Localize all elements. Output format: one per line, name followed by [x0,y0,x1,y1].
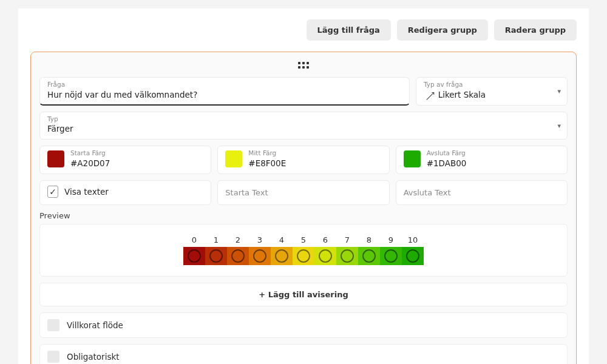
type-select[interactable]: Typ Färger ▾ [39,112,568,140]
mandatory-toggle[interactable]: Obligatoriskt [39,344,568,365]
add-question-button[interactable]: Lägg till fråga [307,19,391,41]
end-color-field[interactable]: Avsluta Färg #1DAB00 [396,146,568,174]
conditional-flow-toggle[interactable]: Villkorat flöde [39,312,568,338]
checkbox-unchecked-icon [47,351,59,363]
edit-group-button[interactable]: Redigera grupp [397,19,488,41]
scale-number: 5 [293,235,314,247]
scale-cell[interactable] [205,247,227,265]
mid-color-field[interactable]: Mitt Färg #E8F00E [217,146,389,174]
question-label: Fråga [47,81,402,88]
delete-group-button[interactable]: Radera grupp [494,19,577,41]
scale-cell[interactable] [358,247,380,265]
add-alert-button[interactable]: + Lägg till avisering [39,283,568,306]
start-text-input[interactable]: Starta Text [217,180,389,205]
start-color-field[interactable]: Starta Färg #A20D07 [39,146,211,174]
likert-preview: 012345678910 [39,224,568,277]
scale-number: 9 [380,235,402,247]
scale-number: 2 [227,235,249,247]
top-actions: Lägg till fråga Redigera grupp Radera gr… [30,8,577,52]
scale-number: 7 [336,235,358,247]
scale-number: 6 [314,235,336,247]
scale-cell[interactable] [183,247,205,265]
scale-number: 1 [205,235,227,247]
end-color-swatch [404,150,421,167]
question-field[interactable]: Fråga [39,77,410,106]
scale-cell[interactable] [336,247,358,265]
scale-cell[interactable] [314,247,336,265]
start-color-swatch [47,150,64,167]
scale-number: 0 [183,235,205,247]
drag-handle[interactable] [39,62,568,69]
question-type-select[interactable]: Typ av fråga ⟶Likert Skala ▾ [416,77,568,106]
scale-number: 4 [271,235,293,247]
question-type-label: Typ av fråga [424,81,560,88]
chevron-down-icon: ▾ [557,87,561,95]
checkbox-checked-icon: ✓ [47,186,58,198]
show-texts-toggle[interactable]: ✓ Visa texter [39,180,211,205]
scale-cell[interactable] [271,247,293,265]
checkbox-unchecked-icon [47,319,59,331]
scale-number: 3 [249,235,271,247]
scale-cell[interactable] [227,247,249,265]
chevron-down-icon: ▾ [557,121,561,129]
type-label: Typ [47,116,560,123]
mid-color-swatch [225,150,242,167]
scale-cell[interactable] [249,247,271,265]
end-text-input[interactable]: Avsluta Text [396,180,568,205]
question-input[interactable] [47,90,402,99]
scale-cell[interactable] [380,247,402,265]
scale-number: 10 [402,235,424,247]
link-icon: ⟶ [423,89,438,103]
scale-number: 8 [358,235,380,247]
question-card: Fråga Typ av fråga ⟶Likert Skala ▾ Typ F… [30,52,577,364]
scale-cell[interactable] [402,247,424,265]
scale-cell[interactable] [293,247,314,265]
preview-label: Preview [39,211,568,220]
